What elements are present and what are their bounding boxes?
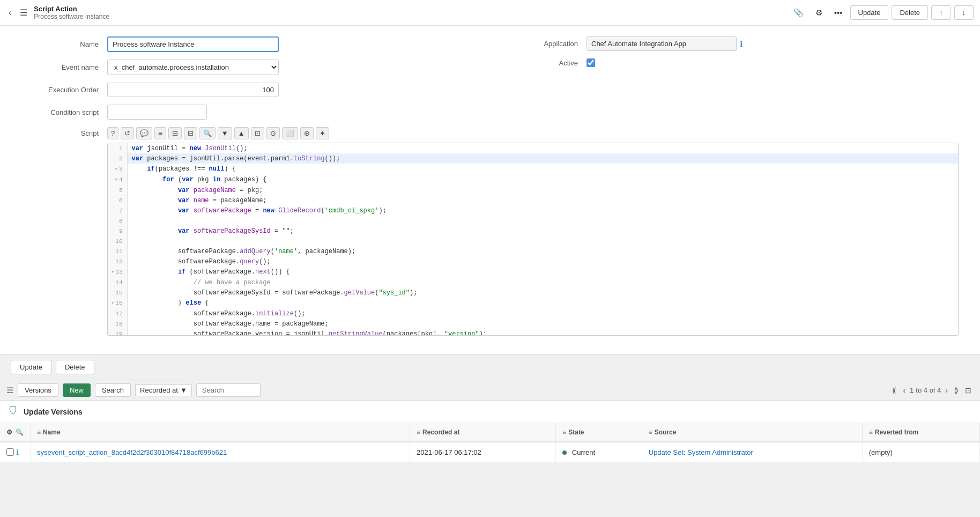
search-code-btn[interactable]: 🔍	[199, 127, 216, 139]
code-line-5: 5 var packageName = pkg;	[108, 185, 958, 195]
code-line-7: 7 var softwarePackage = new GlideRecord(…	[108, 205, 958, 216]
application-info-icon[interactable]: ℹ	[740, 39, 743, 49]
box-btn[interactable]: ⬜	[282, 127, 298, 139]
execution-order-input[interactable]	[107, 83, 279, 97]
bottom-actions: Update Delete	[0, 354, 980, 380]
application-row: Application ℹ	[522, 36, 959, 51]
up-btn[interactable]: ▲	[234, 127, 249, 139]
search-input[interactable]	[196, 383, 261, 397]
search-tab[interactable]: Search	[95, 383, 131, 397]
row-name: sysevent_script_action_8acd4f2d2f303010f…	[31, 442, 410, 462]
help-btn[interactable]: ?	[107, 127, 118, 139]
col-name-label[interactable]: Name	[43, 429, 61, 436]
col-recorded-label[interactable]: Recorded at	[422, 429, 459, 436]
filter-icon[interactable]: ⛉	[9, 406, 18, 417]
arrow-down-button[interactable]: ↓	[954, 5, 974, 20]
arrow-up-button[interactable]: ↑	[931, 5, 951, 20]
back-button[interactable]: ‹	[6, 6, 13, 20]
circle-btn[interactable]: ⊙	[266, 127, 280, 139]
row-reverted: (empty)	[862, 442, 979, 462]
col-source-header: ≡ Source	[642, 423, 862, 442]
col-reverted-label[interactable]: Reverted from	[875, 429, 918, 436]
code-line-11: 11 softwarePackage.addQuery('name', pack…	[108, 246, 958, 256]
code-line-9: 9 var softwarePackageSysId = "";	[108, 226, 958, 236]
event-name-control: x_chef_automate.process.installation	[107, 60, 490, 75]
active-checkbox[interactable]	[586, 58, 595, 67]
name-input[interactable]	[107, 36, 279, 52]
chevron-down-icon: ▼	[180, 386, 187, 394]
refresh-btn[interactable]: ↺	[121, 127, 134, 139]
col-source-label[interactable]: Source	[655, 429, 677, 436]
versions-panel: ☰ Versions New Search Recorded at ▼ ⟪ ‹ …	[0, 380, 980, 462]
code-line-3: ▾3 if(packages !== null) {	[108, 164, 958, 174]
down-btn[interactable]: ▼	[218, 127, 232, 139]
script-label: Script	[21, 127, 107, 137]
paperclip-button[interactable]: 📎	[789, 5, 808, 20]
event-name-label: Event name	[21, 63, 107, 71]
lines-btn[interactable]: ≡	[154, 127, 166, 139]
more-button[interactable]: •••	[830, 5, 847, 20]
condition-script-input[interactable]	[107, 105, 207, 120]
execution-order-row: Execution Order	[21, 83, 490, 97]
code-line-14: 14 // we have a package	[108, 277, 958, 287]
collapse-btn[interactable]: ⊟	[184, 127, 197, 139]
script-toolbar: ? ↺ 💬 ≡ ⊞ ⊟ 🔍 ▼ ▲ ⊡ ⊙ ⬜ ⊕ ✦	[107, 127, 959, 139]
col-state-label[interactable]: State	[568, 429, 584, 436]
settings-button[interactable]: ⚙	[811, 5, 827, 20]
script-row: Script ? ↺ 💬 ≡ ⊞ ⊟ 🔍 ▼ ▲ ⊡ ⊙ ⬜ ⊕ ✦	[21, 127, 959, 336]
name-control	[107, 36, 490, 52]
row-name-link[interactable]: sysevent_script_action_8acd4f2d2f303010f…	[37, 448, 227, 456]
update-versions-header: ⛉ Update Versions	[0, 401, 980, 423]
pagination-total: to 4 of 4	[916, 386, 941, 394]
execution-order-control	[107, 83, 490, 97]
delete-button[interactable]: Delete	[892, 5, 928, 20]
bottom-update-button[interactable]: Update	[11, 360, 51, 374]
first-page-button[interactable]: ⟪	[890, 385, 899, 396]
settings-col-icon[interactable]: ⚙	[6, 429, 12, 436]
star-btn[interactable]: ✦	[316, 127, 329, 139]
active-label: Active	[522, 59, 586, 67]
versions-tab[interactable]: Versions	[18, 383, 58, 397]
event-name-select[interactable]: x_chef_automate.process.installation	[107, 60, 279, 75]
status-dot	[562, 450, 567, 455]
code-line-19: 19 softwarePackage.version = jsonUtil.ge…	[108, 329, 958, 336]
recorded-at-filter[interactable]: Recorded at ▼	[135, 384, 192, 396]
form-right-col: Application ℹ Active	[490, 36, 959, 105]
fullscreen-btn[interactable]: ⊡	[251, 127, 264, 139]
row-state-label: Current	[572, 448, 595, 456]
last-page-button[interactable]: ⟫	[952, 385, 961, 396]
condition-script-row: Condition script	[21, 105, 959, 120]
new-tab[interactable]: New	[63, 383, 91, 397]
prev-page-button[interactable]: ‹	[901, 385, 908, 396]
header-title: Script Action Process software Instance	[34, 5, 109, 20]
row-checkbox[interactable]	[6, 448, 14, 456]
col-checkbox: ⚙ 🔍	[0, 423, 31, 442]
search-col-icon[interactable]: 🔍	[16, 429, 24, 436]
update-button[interactable]: Update	[850, 5, 889, 20]
row-source-link[interactable]: Update Set: System Administrator	[649, 448, 753, 456]
row-info-icon[interactable]: ℹ	[16, 448, 19, 456]
versions-menu-icon[interactable]: ☰	[6, 386, 13, 395]
code-line-17: 17 softwarePackage.initialize();	[108, 308, 958, 319]
table-row: ℹ sysevent_script_action_8acd4f2d2f30301…	[0, 442, 980, 462]
code-line-16: ▾16 } else {	[108, 298, 958, 308]
name-label: Name	[21, 40, 107, 48]
update-versions-title: Update Versions	[24, 408, 83, 416]
col-state-header: ≡ State	[556, 423, 642, 442]
bottom-delete-button[interactable]: Delete	[56, 360, 94, 374]
title-sub: Process software Instance	[34, 13, 109, 20]
row-state: Current	[556, 442, 642, 462]
row-source: Update Set: System Administrator	[642, 442, 862, 462]
table-header-row: ⚙ 🔍 ≡ Name ≡ Recorded at	[0, 423, 980, 442]
application-label: Application	[522, 40, 586, 48]
top-header: ‹ ☰ Script Action Process software Insta…	[0, 0, 980, 26]
expand-button[interactable]: ⊡	[963, 385, 974, 396]
menu-button[interactable]: ☰	[18, 5, 29, 20]
execution-order-label: Execution Order	[21, 86, 107, 94]
comment-btn[interactable]: 💬	[136, 127, 152, 139]
code-editor[interactable]: 1 var jsonUtil = new JsonUtil(); 2 var p…	[107, 143, 959, 336]
plus-circle-btn[interactable]: ⊕	[300, 127, 314, 139]
grid-btn[interactable]: ⊞	[168, 127, 182, 139]
code-line-13: ▾13 if (softwarePackage.next()) {	[108, 267, 958, 277]
next-page-button[interactable]: ›	[943, 385, 950, 396]
